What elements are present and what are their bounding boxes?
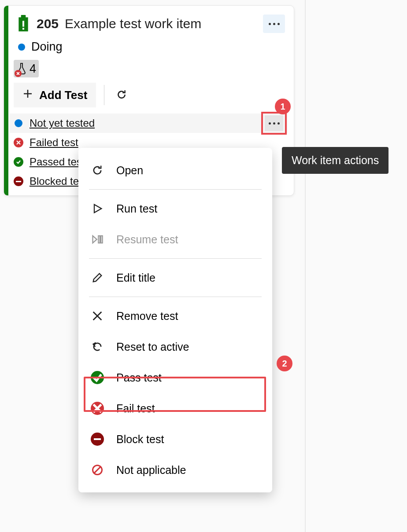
menu-label: Edit title <box>116 272 155 284</box>
plus-icon <box>22 88 33 102</box>
menu-divider <box>89 189 262 190</box>
menu-pass-test[interactable]: Pass test <box>78 362 272 393</box>
test-label[interactable]: Failed test <box>30 136 78 149</box>
tooltip-text: Work item actions <box>292 154 379 166</box>
menu-run-test[interactable]: Run test <box>78 193 272 224</box>
ellipsis-icon <box>269 23 280 25</box>
add-test-label: Add Test <box>39 88 87 102</box>
not-applicable-icon <box>91 463 104 477</box>
refresh-icon <box>116 95 127 102</box>
refresh-button[interactable] <box>112 85 131 105</box>
menu-label: Block test <box>116 433 164 446</box>
menu-fail-test[interactable]: Fail test <box>78 393 272 424</box>
state-row: Doing <box>4 37 294 60</box>
open-icon <box>91 164 104 177</box>
page-divider <box>305 0 306 532</box>
svg-rect-5 <box>101 236 103 243</box>
svg-rect-1 <box>21 15 26 18</box>
menu-remove-test[interactable]: Remove test <box>78 301 272 331</box>
menu-reset-active[interactable]: Reset to active <box>78 331 272 362</box>
card-header: 205 Example test work item <box>4 6 294 37</box>
fail-icon <box>91 402 104 415</box>
tooltip: Work item actions <box>282 147 388 174</box>
undo-icon <box>91 340 104 353</box>
ellipsis-icon <box>269 122 280 125</box>
test-count: 4 <box>30 62 36 76</box>
pencil-icon <box>91 271 104 284</box>
menu-label: Remove test <box>116 310 178 323</box>
status-blocked-icon <box>14 176 23 186</box>
fail-badge-icon <box>15 70 22 77</box>
status-active-icon <box>14 118 23 128</box>
menu-not-applicable[interactable]: Not applicable <box>78 455 272 485</box>
menu-label: Pass test <box>116 371 162 384</box>
menu-block-test[interactable]: Block test <box>78 424 272 455</box>
menu-open[interactable]: Open <box>78 155 272 186</box>
block-icon <box>91 433 104 446</box>
menu-divider <box>89 297 262 297</box>
status-passed-icon <box>14 157 23 167</box>
callout-number: 1 <box>280 102 285 112</box>
state-dot-icon <box>18 44 25 51</box>
test-summary-chip[interactable]: 4 <box>14 60 39 77</box>
menu-divider <box>89 258 262 259</box>
pass-icon <box>91 371 104 384</box>
test-row[interactable]: Not yet tested <box>9 114 288 133</box>
test-label[interactable]: Not yet tested <box>30 117 95 129</box>
menu-label: Open <box>116 164 143 177</box>
card-toolbar: Add Test <box>4 83 294 114</box>
work-item-type-icon <box>16 15 30 33</box>
toolbar-divider <box>104 85 104 105</box>
callout-highlight-1 <box>261 112 287 135</box>
card-more-button[interactable] <box>263 15 285 33</box>
resume-icon <box>91 233 104 246</box>
callout-number: 2 <box>282 359 287 369</box>
svg-rect-4 <box>98 236 100 243</box>
status-failed-icon <box>14 138 23 147</box>
menu-label: Resume test <box>116 233 178 246</box>
callout-badge-1: 1 <box>275 99 291 114</box>
callout-badge-2: 2 <box>277 356 292 371</box>
state-label: Doing <box>31 40 63 54</box>
menu-edit-title[interactable]: Edit title <box>78 262 272 293</box>
menu-resume-test: Resume test <box>78 224 272 255</box>
menu-label: Fail test <box>116 402 155 415</box>
x-icon <box>91 309 104 323</box>
test-row-more-button[interactable] <box>265 115 283 131</box>
svg-line-7 <box>94 466 101 473</box>
flask-icon <box>16 62 27 75</box>
menu-label: Reset to active <box>116 341 189 353</box>
svg-rect-2 <box>22 21 24 26</box>
context-menu: Open Run test Resume test Edit title Rem… <box>78 148 272 492</box>
card-accent-bar <box>4 6 8 195</box>
add-test-button[interactable]: Add Test <box>14 83 96 107</box>
menu-label: Run test <box>116 202 157 215</box>
svg-rect-3 <box>22 28 24 29</box>
work-item-id: 205 <box>37 16 59 31</box>
test-label[interactable]: Passed test <box>30 156 85 168</box>
work-item-title[interactable]: Example test work item <box>65 16 201 31</box>
play-icon <box>91 202 104 215</box>
menu-label: Not applicable <box>116 464 186 477</box>
